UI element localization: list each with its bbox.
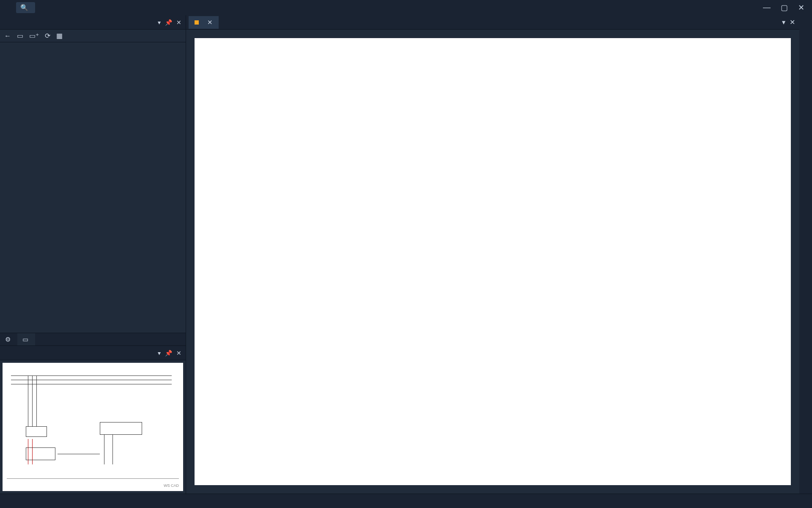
menubar: 🔍 — ▢ ✕: [0, 0, 812, 15]
document-tab[interactable]: ✕: [189, 16, 219, 29]
preview-dropdown-icon[interactable]: ▾: [158, 350, 161, 356]
explorer-toolbar: ← ▭ ▭⁺ ⟳ ▦: [0, 30, 186, 42]
schematic-canvas[interactable]: [195, 38, 791, 485]
panel-close-icon[interactable]: ✕: [176, 19, 181, 26]
tab-project-explorer[interactable]: ▭: [17, 333, 35, 345]
search-box[interactable]: 🔍: [16, 2, 35, 13]
preview-pin-icon[interactable]: 📌: [165, 350, 172, 356]
panel-dropdown-icon[interactable]: ▾: [158, 19, 161, 26]
close-button[interactable]: ✕: [798, 3, 804, 12]
panel-pin-icon[interactable]: 📌: [165, 19, 172, 26]
filter-icon[interactable]: ▦: [56, 32, 63, 40]
project-explorer-header: ▾ 📌 ✕: [0, 15, 186, 30]
tab-icon: [195, 20, 199, 25]
folder-icon[interactable]: ▭: [17, 32, 23, 40]
preview-close-icon[interactable]: ✕: [176, 350, 181, 356]
tab-properties[interactable]: ⚙: [0, 333, 17, 345]
refresh-icon[interactable]: ⟳: [45, 32, 50, 40]
maximize-button[interactable]: ▢: [781, 3, 788, 12]
new-folder-icon[interactable]: ▭⁺: [29, 32, 39, 40]
project-tree[interactable]: [0, 42, 186, 333]
statusbar: [0, 494, 812, 508]
tab-menu-icon[interactable]: ▾: [782, 18, 785, 26]
preview-header: ▾ 📌 ✕: [0, 346, 186, 360]
preview-canvas: WS CAD: [3, 363, 183, 491]
minimize-button[interactable]: —: [763, 3, 771, 12]
tab-close-all-icon[interactable]: ✕: [790, 18, 795, 26]
back-icon[interactable]: ←: [4, 32, 11, 40]
tab-close-icon[interactable]: ✕: [207, 19, 213, 26]
search-icon: 🔍: [20, 4, 28, 11]
